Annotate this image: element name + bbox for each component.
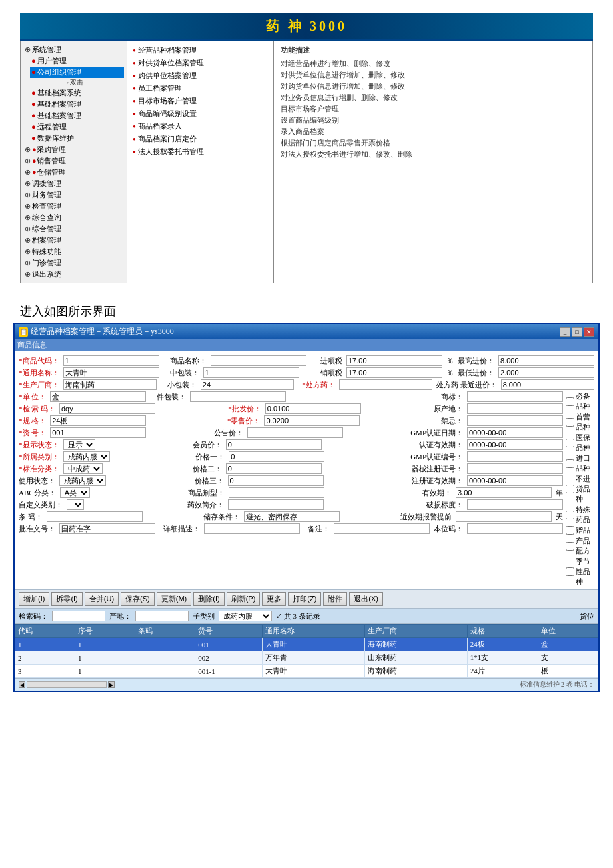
btn-delete[interactable]: 删除(I) <box>193 592 224 606</box>
tree-item-exit[interactable]: ⊕退出系统 <box>23 269 124 280</box>
tree-item-archive[interactable]: ⊕档案管理 <box>23 235 124 246</box>
input-barcode[interactable] <box>47 511 143 522</box>
input-damage[interactable] <box>467 499 563 510</box>
cb-gift[interactable] <box>566 526 574 535</box>
input-gmp-date[interactable] <box>467 427 563 438</box>
close-button[interactable]: ✕ <box>584 327 594 337</box>
scroll-left-btn[interactable]: ◀ <box>19 681 25 688</box>
menu-code-level[interactable]: ●商品编码级别设置 <box>130 107 271 120</box>
input-rx[interactable] <box>339 379 432 390</box>
cb-essential[interactable] <box>566 397 574 406</box>
input-common-name[interactable] <box>63 367 159 378</box>
tree-item-inspect[interactable]: ⊕检查管理 <box>23 201 124 212</box>
select-usage[interactable]: 成药内服 <box>59 475 106 486</box>
input-retail-price[interactable] <box>264 415 360 426</box>
input-product-name[interactable] <box>211 355 306 366</box>
input-max-price[interactable] <box>498 355 594 366</box>
input-origin-bar[interactable] <box>135 611 189 621</box>
input-batch-price[interactable] <box>265 403 361 414</box>
input-device-cert[interactable] <box>467 463 563 474</box>
cb-import[interactable] <box>566 459 574 468</box>
tree-item-basic2[interactable]: ●基础档案管理 <box>30 99 124 110</box>
btn-quit[interactable]: 退出(X) <box>349 592 383 606</box>
input-drug-intro[interactable] <box>228 499 324 510</box>
input-approval[interactable] <box>59 523 155 534</box>
input-detail[interactable] <box>204 523 300 534</box>
menu-product-archive[interactable]: ●经营品种档案管理 <box>130 44 271 57</box>
btn-merge[interactable]: 合并(U) <box>85 592 119 606</box>
input-member-price[interactable] <box>226 439 322 450</box>
maximize-button[interactable]: □ <box>572 327 582 337</box>
tree-item-general[interactable]: ⊕综合管理 <box>23 223 124 235</box>
input-unit[interactable] <box>50 391 146 402</box>
tree-item-remote[interactable]: ●远程管理 <box>30 121 124 133</box>
btn-update[interactable]: 更新(M) <box>157 592 192 606</box>
input-rx-recent[interactable] <box>501 379 594 390</box>
input-gmp-cert[interactable] <box>467 451 563 462</box>
input-storage[interactable] <box>244 511 340 522</box>
input-origin[interactable] <box>467 403 563 414</box>
input-base-unit[interactable] <box>467 523 563 534</box>
cb-medical-insurance[interactable] <box>566 439 574 447</box>
menu-purchaser-archive[interactable]: ●购供单位档案管理 <box>130 69 271 82</box>
menu-store-price[interactable]: ●商品档案门店定价 <box>130 133 271 145</box>
input-search-code[interactable] <box>59 403 155 414</box>
tree-item-storage[interactable]: ⊕●仓储管理 <box>23 167 124 178</box>
input-import-tax[interactable] <box>346 355 442 366</box>
btn-add[interactable]: 增加(I) <box>19 592 49 606</box>
input-price1[interactable] <box>229 451 324 462</box>
menu-customer[interactable]: ●目标市场客户管理 <box>130 95 271 107</box>
tree-item-system[interactable]: ⊕系统管理 <box>23 44 124 55</box>
select-display-status[interactable]: 显示 <box>63 439 95 450</box>
table-row[interactable]: 1 1 001 大青叶 海南制药 24板 盒 <box>15 638 598 651</box>
btn-attachment[interactable]: 附件 <box>323 592 347 606</box>
tree-item-users[interactable]: ●用户管理 <box>30 55 124 67</box>
cb-no-purchase[interactable] <box>566 485 574 493</box>
tree-item-sales[interactable]: ⊕●销售管理 <box>23 155 124 167</box>
cb-special-drug[interactable] <box>566 511 574 519</box>
input-price3[interactable] <box>228 475 324 486</box>
tree-item-special[interactable]: ⊕特殊功能 <box>23 246 124 257</box>
btn-print[interactable]: 打印(Z) <box>288 592 321 606</box>
menu-employee-archive[interactable]: ●员工档案管理 <box>130 82 271 95</box>
btn-save[interactable]: 保存(S) <box>121 592 155 606</box>
menu-product-entry[interactable]: ●商品档案录入 <box>130 120 271 133</box>
cb-formula[interactable] <box>566 542 574 551</box>
input-sales-tax[interactable] <box>346 367 442 378</box>
minimize-button[interactable]: _ <box>560 327 570 337</box>
input-price2[interactable] <box>226 463 322 474</box>
select-abc[interactable]: A类 <box>60 487 90 498</box>
tree-item-purchase[interactable]: ⊕●采购管理 <box>23 144 124 155</box>
tree-item-db[interactable]: ●数据库维护 <box>30 133 124 144</box>
select-sub-category[interactable]: 中成药 <box>63 463 103 474</box>
select-category[interactable]: 成药内服 <box>63 451 110 462</box>
input-notes[interactable] <box>334 523 430 534</box>
input-public-price[interactable] <box>247 427 343 438</box>
input-product-type[interactable] <box>229 487 324 498</box>
input-spec[interactable] <box>50 415 146 426</box>
select-custom[interactable] <box>67 499 84 510</box>
menu-proxy[interactable]: ●法人授权委托书管理 <box>130 145 271 158</box>
tree-item-transfer[interactable]: ⊕调拨管理 <box>23 178 124 189</box>
input-small-pack[interactable] <box>201 379 294 390</box>
btn-split[interactable]: 拆零(I) <box>51 592 82 606</box>
input-product-code[interactable] <box>63 355 159 366</box>
input-brand[interactable] <box>467 391 563 402</box>
btn-refresh[interactable]: 刷新(P) <box>227 592 261 606</box>
cb-first-sale[interactable] <box>566 418 574 427</box>
select-sub-type-bar[interactable]: 成药内服 <box>219 611 272 621</box>
menu-supplier-archive[interactable]: ●对供货单位档案管理 <box>130 57 271 69</box>
input-expiry-warn[interactable] <box>456 511 552 522</box>
table-row[interactable]: 2 1 002 万年青 山东制药 1*1支 支 <box>15 651 598 665</box>
input-min-price[interactable] <box>498 367 594 378</box>
input-cert-expires[interactable] <box>467 439 563 450</box>
table-row[interactable]: 3 1 001-1 大青叶 海南制药 24片 板 <box>15 665 598 678</box>
input-medium-pack[interactable] <box>203 367 299 378</box>
input-item-no[interactable] <box>50 427 146 438</box>
tree-item-finance[interactable]: ⊕财务管理 <box>23 189 124 201</box>
input-combo-pack[interactable] <box>190 391 286 402</box>
input-banned[interactable] <box>467 415 563 426</box>
tree-item-query[interactable]: ⊕综合查询 <box>23 212 124 223</box>
input-reg-cert[interactable] <box>467 475 563 486</box>
cb-seasonal[interactable] <box>566 567 574 576</box>
